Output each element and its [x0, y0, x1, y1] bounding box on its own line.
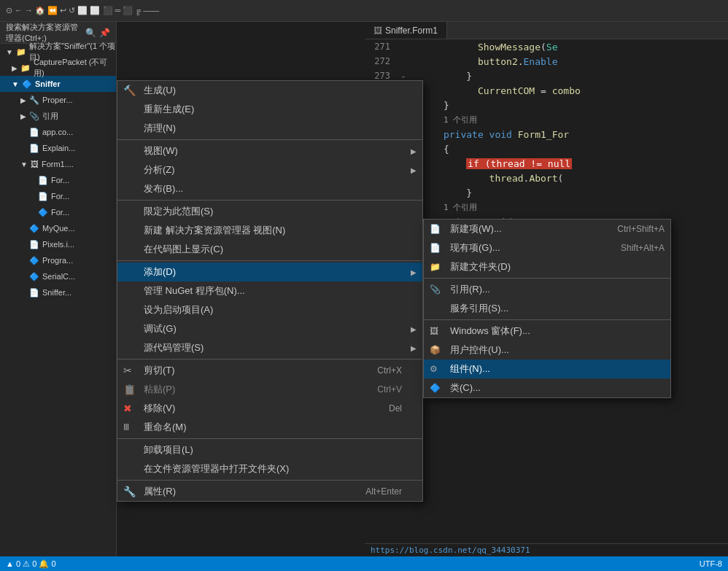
submenu-serviceref[interactable]: 服务引用(S)...	[424, 299, 670, 318]
menu-view[interactable]: 视图(W)	[117, 141, 422, 160]
solution-search-icon[interactable]: 🔍	[85, 28, 96, 38]
sep3	[117, 260, 422, 261]
tree-myqueue[interactable]: 🔷 MyQue...	[0, 220, 116, 236]
tree-serialc[interactable]: 🔷 SerialC...	[0, 268, 116, 284]
menu-clean-label: 清理(N)	[144, 122, 176, 135]
f1-icon: 🖼	[31, 160, 39, 168]
menu-source[interactable]: 源代码管理(S)	[117, 338, 422, 357]
submenu-serviceref-label: 服务引用(S)...	[450, 302, 508, 315]
f1-expand: ▼	[20, 160, 28, 168]
submenu-component-label: 组件(N)...	[450, 362, 490, 376]
menu-newsln[interactable]: 新建 解决方案资源管理器 视图(N)	[117, 221, 422, 240]
cut-icon: ✂	[123, 365, 132, 376]
menu-paste-label: 粘贴(P)	[144, 383, 175, 396]
menu-publish[interactable]: 发布(B)...	[117, 179, 422, 198]
menu-nuget[interactable]: 管理 NuGet 程序包(N)...	[117, 281, 422, 300]
menu-debug[interactable]: 调试(G)	[117, 319, 422, 338]
menu-add[interactable]: 添加(D)	[117, 263, 422, 281]
ref-label: 引用	[42, 111, 58, 122]
tree-form1b[interactable]: 📄 For...	[0, 188, 116, 204]
tree-appconfig[interactable]: 📄 app.co...	[0, 124, 116, 140]
code-content-271: ShowMessage(Se	[409, 42, 558, 53]
url-text: https://blog.csdn.net/qq_34430371	[371, 545, 530, 555]
menu-properties[interactable]: 🔧 属性(R) Alt+Enter	[117, 482, 422, 501]
tree-explain[interactable]: 📄 Explain...	[0, 140, 116, 156]
menu-build[interactable]: 🔨 生成(U)	[117, 81, 422, 100]
submenu-class[interactable]: 🔷 类(C)...	[424, 378, 670, 397]
tree-program[interactable]: 🔷 Progra...	[0, 252, 116, 268]
submenu-class-label: 类(C)...	[450, 381, 481, 395]
sep6	[117, 480, 422, 481]
submenu-newfolder-label: 新建文件夹(D)	[450, 260, 511, 273]
existitem-icon: 📄	[430, 243, 441, 253]
rename-icon: Ⅲ	[123, 422, 129, 432]
menu-newsln-label: 新建 解决方案资源管理器 视图(N)	[144, 224, 285, 237]
f1c-label: For...	[51, 208, 69, 217]
paste-shortcut: Ctrl+V	[377, 384, 417, 395]
newfolder-icon: 📁	[430, 262, 441, 272]
tree-capturepacket[interactable]: ▶ 📁 CapturePacket (不可用)	[0, 60, 116, 76]
sniffer-label: Sniffer	[35, 79, 61, 88]
submenu-existitem[interactable]: 📄 现有项(G)... Shift+Alt+A	[424, 238, 670, 257]
code-line-272: 272 button2.Enable	[365, 54, 728, 69]
menu-rebuild-label: 重新生成(E)	[144, 103, 194, 116]
submenu-winform-label: Windows 窗体(F)...	[450, 325, 530, 338]
tree-properties[interactable]: ▶ 🔧 Proper...	[0, 92, 116, 108]
prop-icon-menu: 🔧	[123, 486, 136, 497]
submenu-reference[interactable]: 📎 引用(R)...	[424, 280, 670, 299]
submenu-newfolder[interactable]: 📁 新建文件夹(D)	[424, 257, 670, 276]
menu-cut[interactable]: ✂ 剪切(T) Ctrl+X	[117, 361, 422, 380]
menu-unload-label: 卸载项目(L)	[144, 443, 193, 457]
menu-analyze[interactable]: 分析(Z)	[117, 160, 422, 179]
menu-openfolder[interactable]: 在文件资源管理器中打开文件夹(X)	[117, 459, 422, 478]
menu-clean[interactable]: 清理(N)	[117, 119, 422, 138]
expand-icon: ▼	[6, 48, 13, 56]
sf-icon: 📄	[20, 288, 39, 298]
tree-form1[interactable]: ▼ 🖼 Form1....	[0, 156, 116, 172]
menu-debug-label: 调试(G)	[144, 322, 177, 335]
submenu-component[interactable]: ⚙ 组件(N)...	[424, 360, 670, 378]
solution-panel: 搜索解决方案资源管理器(Ctrl+;) 🔍 📌 ▼ 📁 解决方案"Sniffer…	[0, 22, 117, 571]
code-line-271: 271 ShowMessage(Se	[365, 39, 728, 54]
menu-scope[interactable]: 限定为此范围(S)	[117, 202, 422, 221]
code-content-method1: private void Form1_For	[409, 129, 569, 140]
active-tab[interactable]: 🖼 Sniffer.Form1	[365, 22, 447, 39]
cut-shortcut: Ctrl+X	[377, 365, 417, 376]
expand-icon2: ▶	[12, 64, 18, 72]
menu-rebuild[interactable]: 重新生成(E)	[117, 100, 422, 119]
status-text: ▲ 0 ⚠ 0 🔔 0	[6, 559, 56, 569]
prog-icon: 🔷	[20, 256, 39, 265]
menu-startup[interactable]: 设为启动项目(A)	[117, 300, 422, 319]
code-content-272: button2.Enable	[409, 56, 558, 67]
menu-properties-label: 属性(R)	[144, 485, 176, 498]
status-bar: ▲ 0 ⚠ 0 🔔 0 UTF-8	[0, 556, 728, 571]
sep4	[117, 359, 422, 360]
submenu-winform[interactable]: 🖼 Windows 窗体(F)...	[424, 322, 670, 341]
sniffer-icon: 🔷	[22, 79, 32, 89]
menu-codemap[interactable]: 在代码图上显示(C)	[117, 240, 422, 259]
class-icon: 🔷	[430, 383, 441, 393]
remove-icon: ✖	[123, 403, 132, 414]
tree-sniffer-file[interactable]: 📄 Sniffer...	[0, 284, 116, 300]
code-content-if: if (thread != null	[409, 158, 572, 169]
prop-icon: 🔧	[29, 96, 39, 105]
submenu-usercontrol-label: 用户控件(U)...	[450, 343, 509, 357]
menu-unload[interactable]: 卸载项目(L)	[117, 440, 422, 459]
solution-pin-icon[interactable]: 📌	[99, 28, 110, 38]
menu-rename[interactable]: Ⅲ 重命名(M)	[117, 418, 422, 437]
submenu-usercontrol[interactable]: 📦 用户控件(U)...	[424, 341, 670, 360]
sc-label: SerialC...	[42, 272, 75, 281]
menu-paste[interactable]: 📋 粘贴(P) Ctrl+V	[117, 380, 422, 399]
f1a-icon: 📄	[29, 176, 48, 185]
sub-sep1	[424, 278, 670, 279]
menu-nuget-label: 管理 NuGet 程序包(N)...	[144, 284, 245, 298]
menu-remove[interactable]: ✖ 移除(V) Del	[117, 399, 422, 418]
tree-references[interactable]: ▶ 📎 引用	[0, 108, 116, 124]
submenu-newitem[interactable]: 📄 新建项(W)... Ctrl+Shift+A	[424, 220, 670, 238]
menu-scope-label: 限定为此范围(S)	[144, 205, 213, 218]
remove-shortcut: Del	[389, 403, 417, 413]
tree-form1a[interactable]: 📄 For...	[0, 172, 116, 188]
context-menu: 🔨 生成(U) 重新生成(E) 清理(N) 视图(W) 分析(Z) 发布(B).…	[117, 80, 423, 502]
tree-form1c[interactable]: 🔷 For...	[0, 204, 116, 220]
tree-pixels[interactable]: 📄 Pixels.i...	[0, 236, 116, 252]
